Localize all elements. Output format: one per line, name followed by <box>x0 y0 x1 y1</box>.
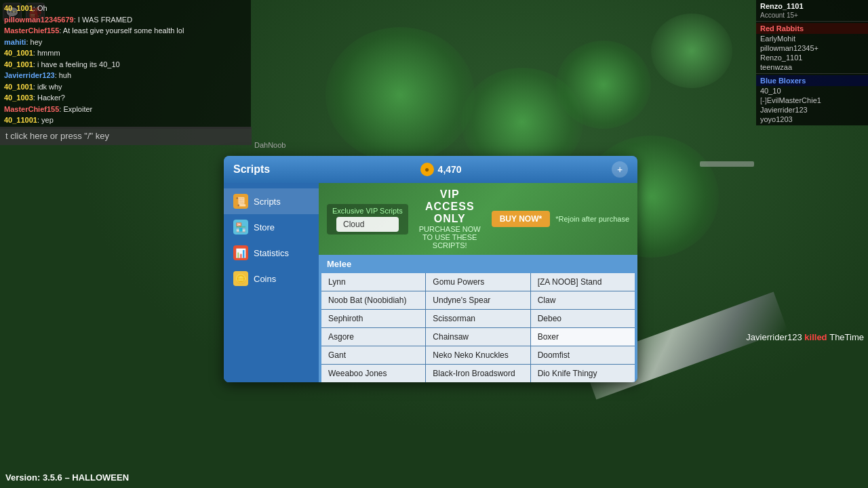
vip-exclusive-box: Exclusive VIP Scripts Cloud <box>327 204 408 235</box>
scripts-grid: Lynn Gomu Powers [ZA NOOB] Stand Noob Ba… <box>321 273 635 382</box>
modal-body: 📜 Scripts 🏪 Store 📊 Statistics 🪙 Coins <box>224 183 637 382</box>
divider <box>756 21 868 22</box>
scripts-modal: Scripts ● 4,470 + 📜 Scripts 🏪 Store � <box>224 156 637 382</box>
chat-line: MasterChief155: At least give yourself s… <box>4 25 247 37</box>
script-gant[interactable]: Gant <box>321 346 425 364</box>
chat-line: Javierrider123: huh <box>4 70 247 81</box>
bg-blob-3 <box>556 41 651 129</box>
script-weeaboo-jones[interactable]: Weeaboo Jones <box>321 365 425 382</box>
vip-buttons: BUY NOW* *Rejoin after purchase <box>492 211 629 227</box>
script-debeo[interactable]: Debeo <box>531 310 635 327</box>
cloud-item[interactable]: Cloud <box>336 217 399 232</box>
player-pillowman: pillowman12345+ <box>756 43 868 53</box>
chat-line: pillowman12345679: I WAS FRAMED <box>4 14 247 26</box>
team-red-header: Red Rabbits <box>756 23 868 34</box>
coin-icon: ● <box>420 163 434 176</box>
chat-line: 40_1003: Hacker? <box>4 92 247 104</box>
script-claw[interactable]: Claw <box>531 291 635 309</box>
chat-line: 40_1001: idk why <box>4 81 247 93</box>
melee-section-header: Melee <box>319 255 637 273</box>
chat-line: MasterChief155: Exploiter <box>4 104 247 115</box>
script-chainsaw[interactable]: Chainsaw <box>426 328 530 346</box>
player-renzo: Renzo_1101 <box>756 53 868 62</box>
script-neko-knuckles[interactable]: Neko Neko Knuckles <box>426 346 530 364</box>
player-teenwzaa: teenwzaa <box>756 62 868 72</box>
victim-name: TheTime <box>829 332 864 342</box>
account-age: Account 15+ <box>756 11 868 20</box>
bg-blob-1 <box>326 27 475 163</box>
chat-line: 40_1001: hmmm <box>4 47 247 59</box>
chat-input-bar[interactable]: t click here or press "/" key <box>0 127 252 145</box>
player-evil-master: [-]EvilMasterChie1 <box>756 96 868 105</box>
vip-banner: Exclusive VIP Scripts Cloud VIP ACCESS O… <box>319 183 637 255</box>
sidebar-item-statistics[interactable]: 📊 Statistics <box>224 240 319 266</box>
team-blue-header: Blue Bloxers <box>756 75 868 86</box>
bg-blob-5 <box>651 14 732 88</box>
modal-sidebar: 📜 Scripts 🏪 Store 📊 Statistics 🪙 Coins <box>224 183 319 382</box>
scripts-icon: 📜 <box>233 194 248 209</box>
sidebar-label-coins: Coins <box>254 274 276 284</box>
script-undyne-spear[interactable]: Undyne's Spear <box>426 291 530 309</box>
modal-header: Scripts ● 4,470 + <box>224 156 637 183</box>
divider <box>756 73 868 74</box>
chat-input-placeholder: t click here or press "/" key <box>5 131 109 141</box>
chat-line: 40_11001: yep <box>4 115 247 126</box>
kill-notification: Javierrider123 killed TheTime <box>746 332 868 342</box>
vip-subtitle: PURCHASE NOW TO USE THESE SCRIPTS! <box>415 225 485 249</box>
modal-window: Scripts ● 4,470 + 📜 Scripts 🏪 Store � <box>224 156 637 382</box>
coin-amount: 4,470 <box>438 164 462 175</box>
script-lynn[interactable]: Lynn <box>321 273 425 291</box>
script-doomfist[interactable]: Doomfist <box>531 346 635 364</box>
version-label: Version: 3.5.6 – HALLOWEEN <box>5 472 129 483</box>
modal-title: Scripts <box>233 163 270 176</box>
chat-line: mahiti: hey <box>4 37 247 48</box>
script-noob-bat[interactable]: Noob Bat (Noobidiah) <box>321 291 425 309</box>
script-gomu-powers[interactable]: Gomu Powers <box>426 273 530 291</box>
script-za-noob-stand[interactable]: [ZA NOOB] Stand <box>531 273 635 291</box>
script-sephiroth[interactable]: Sephiroth <box>321 310 425 327</box>
killer-name: Javierrider123 <box>746 332 802 342</box>
player-list-panel: Renzo_1101 Account 15+ Red Rabbits Early… <box>756 0 868 125</box>
script-boxer[interactable]: Boxer <box>531 328 635 346</box>
content-area: Exclusive VIP Scripts Cloud VIP ACCESS O… <box>319 183 637 382</box>
script-dio-knife[interactable]: Dio Knife Thingy <box>531 365 635 382</box>
statistics-icon: 📊 <box>233 245 248 260</box>
modal-coins: ● 4,470 <box>420 163 462 176</box>
scripts-list: Melee Lynn Gomu Powers [ZA NOOB] Stand N… <box>319 255 637 382</box>
coins-icon: 🪙 <box>233 271 248 286</box>
current-user: Renzo_1101 <box>756 1 868 11</box>
cursor-indicator <box>700 161 754 167</box>
vip-exclusive-title: Exclusive VIP Scripts <box>332 207 403 215</box>
killed-word: killed <box>804 332 829 342</box>
vip-main-title: VIP ACCESS ONLY <box>415 188 485 225</box>
script-asgore[interactable]: Asgore <box>321 328 425 346</box>
modal-close-button[interactable]: + <box>612 161 628 178</box>
store-icon: 🏪 <box>233 220 248 235</box>
chat-line: 40_1001: Oh <box>4 3 247 14</box>
sidebar-label-scripts: Scripts <box>254 197 281 207</box>
sidebar-item-scripts[interactable]: 📜 Scripts <box>224 188 319 214</box>
chat-line: 40_1001: i have a feeling its 40_10 <box>4 59 247 70</box>
player-40-10: 40_10 <box>756 86 868 96</box>
script-scissorman[interactable]: Scissorman <box>426 310 530 327</box>
chat-panel: 40_1001: Oh pillowman12345679: I WAS FRA… <box>0 0 251 129</box>
player-early-mohit: EarlyMohit <box>756 34 868 43</box>
vip-center: VIP ACCESS ONLY PURCHASE NOW TO USE THES… <box>415 188 485 249</box>
script-black-iron[interactable]: Black-Iron Broadsword <box>426 365 530 382</box>
player-javierrider: Javierrider123 <box>756 105 868 115</box>
dah-noob-label: DahNoob <box>254 141 285 149</box>
buy-now-button[interactable]: BUY NOW* <box>492 211 550 227</box>
rejoin-note: *Rejoin after purchase <box>555 215 629 223</box>
sidebar-item-coins[interactable]: 🪙 Coins <box>224 266 319 291</box>
sidebar-item-store[interactable]: 🏪 Store <box>224 214 319 240</box>
sidebar-label-statistics: Statistics <box>254 248 289 258</box>
sidebar-label-store: Store <box>254 222 275 232</box>
player-yoyo: yoyo1203 <box>756 115 868 124</box>
